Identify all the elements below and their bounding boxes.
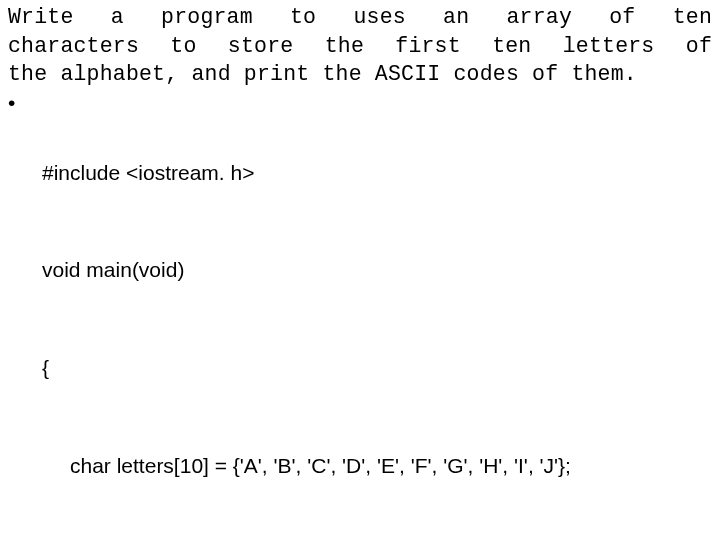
prompt-line-2: characters to store the first ten letter… [8,35,712,58]
prompt-line-1: Write a program to uses an array of ten [8,6,712,29]
code-block: #include <iostream. h> void main(void) {… [42,92,712,540]
code-line: #include <iostream. h> [42,157,712,190]
code-block-row: • #include <iostream. h> void main(void)… [8,92,712,540]
code-line: { [42,352,712,385]
code-line: void main(void) [42,254,712,287]
prompt-line-3: the alphabet, and print the ASCII codes … [8,63,712,86]
slide: Write a program to uses an array of ten … [0,0,720,540]
bullet-icon: • [8,89,42,117]
code-line: char letters[10] = {'A', 'B', 'C', 'D', … [42,450,712,483]
